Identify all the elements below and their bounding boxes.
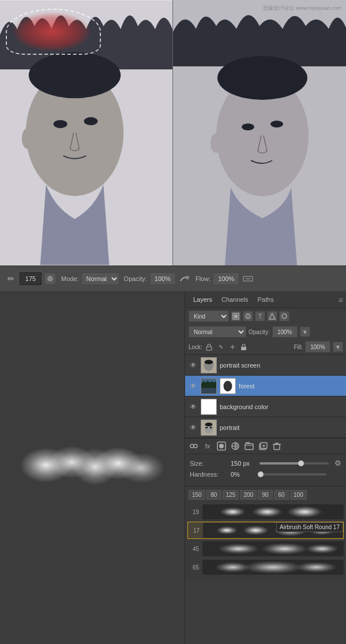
kind-filter-shape-icon[interactable] <box>267 311 277 321</box>
new-adjustment-icon[interactable] <box>230 441 240 451</box>
new-layer-icon[interactable] <box>258 441 268 451</box>
brush-preset-60[interactable]: 60 <box>274 490 289 500</box>
brush-preset-150[interactable]: 150 <box>189 490 205 500</box>
brush-preset-80[interactable]: 80 <box>206 490 221 500</box>
delete-layer-icon[interactable] <box>272 441 282 451</box>
brush-list: 19 <box>187 503 344 576</box>
lock-transparent-icon[interactable] <box>205 342 214 351</box>
layer-visibility-icon[interactable]: 👁 <box>189 361 198 369</box>
svg-point-60 <box>288 506 322 518</box>
brush-size-value: 150 px <box>231 460 254 467</box>
brush-size-display[interactable]: 175 <box>20 272 42 285</box>
brush-preset-icon[interactable] <box>44 272 57 285</box>
layer-thumb-forest <box>201 378 217 394</box>
layer-visibility-icon[interactable]: 👁 <box>189 382 198 390</box>
svg-point-43 <box>205 426 208 428</box>
svg-point-44 <box>210 426 212 428</box>
portrait-right-svg <box>173 0 346 265</box>
fill-arrow-icon[interactable]: ▼ <box>333 342 343 352</box>
layers-lock-row: Lock: ✎ ✛ Fill: ▼ <box>185 339 346 355</box>
layer-name-background-color: background color <box>220 403 343 410</box>
svg-point-45 <box>190 444 194 448</box>
layer-item-background-color[interactable]: 👁 background color <box>185 396 346 417</box>
svg-point-34 <box>205 360 213 364</box>
selection-marquee <box>6 9 101 55</box>
brush-preset-100[interactable]: 100 <box>290 490 307 500</box>
svg-rect-30 <box>206 347 212 350</box>
brush-row-17[interactable]: 17 <box>187 522 344 539</box>
lock-all-icon[interactable] <box>239 342 249 351</box>
layer-name-forest: forest <box>239 383 343 390</box>
link-layers-icon[interactable] <box>189 441 199 451</box>
opacity-input[interactable] <box>272 326 298 338</box>
svg-point-29 <box>282 314 287 319</box>
svg-point-59 <box>253 507 283 517</box>
layers-kind-row: Kind T <box>185 308 346 324</box>
brush-row-65[interactable]: 65 <box>187 559 344 576</box>
layer-item-portrait[interactable]: 👁 portrait <box>185 417 346 438</box>
svg-point-62 <box>243 526 269 535</box>
svg-point-58 <box>220 507 246 516</box>
flow-label: Flow: <box>195 275 210 282</box>
kind-filter-adjust-icon[interactable] <box>243 311 253 321</box>
brush-preset-90[interactable]: 90 <box>258 490 273 500</box>
lock-move-icon[interactable]: ✛ <box>228 342 237 351</box>
blend-mode-select[interactable]: Normal <box>189 326 246 338</box>
mode-select[interactable]: Normal <box>81 272 119 285</box>
svg-point-67 <box>306 544 339 553</box>
opacity-input[interactable] <box>149 272 176 285</box>
svg-point-17 <box>186 276 189 279</box>
layer-item-forest[interactable]: 👁 forest <box>185 376 346 396</box>
brush-preset-200[interactable]: 200 <box>240 490 257 500</box>
kind-filter-smart-icon[interactable] <box>279 311 289 321</box>
tablet-pressure-icon[interactable] <box>242 272 254 285</box>
add-mask-icon[interactable] <box>216 441 227 451</box>
brush-size-slider[interactable] <box>260 462 329 465</box>
svg-point-38 <box>224 380 232 391</box>
kind-select[interactable]: Kind <box>189 310 229 322</box>
svg-rect-14 <box>173 0 346 265</box>
svg-point-24 <box>118 453 164 483</box>
brush-preview-45 <box>202 541 344 556</box>
lock-paint-icon[interactable]: ✎ <box>216 342 225 351</box>
new-group-icon[interactable] <box>244 441 254 451</box>
brush-tool-icon[interactable]: ✏ <box>5 272 17 285</box>
tab-channels[interactable]: Channels <box>217 294 253 306</box>
fill-label: Fill: <box>294 344 303 350</box>
svg-point-66 <box>262 543 308 555</box>
svg-rect-56 <box>274 444 280 450</box>
fill-input[interactable] <box>305 341 330 353</box>
layer-thumb-portrait <box>201 420 217 436</box>
brush-preset-125[interactable]: 125 <box>223 490 239 500</box>
layer-visibility-icon[interactable]: 👁 <box>189 424 198 432</box>
layer-visibility-icon[interactable]: 👁 <box>189 403 198 411</box>
brush-num-65: 65 <box>187 564 199 571</box>
airbrush-toggle-icon[interactable] <box>178 272 191 285</box>
svg-point-42 <box>205 422 213 426</box>
brush-size-gear-icon[interactable]: ⚙ <box>334 459 341 467</box>
brush-row-45[interactable]: 45 <box>187 540 344 557</box>
layers-panel: Layers Channels Paths ≡ Kind T <box>185 292 346 454</box>
brush-hardness-slider[interactable] <box>260 473 326 475</box>
svg-rect-26 <box>234 314 238 318</box>
brush-stroke-svg <box>12 433 173 503</box>
tab-layers[interactable]: Layers <box>189 294 217 306</box>
kind-filter-text-icon[interactable]: T <box>255 311 265 321</box>
layer-item-portrait-screen[interactable]: 👁 portrait screen <box>185 355 346 376</box>
layer-thumb-background-color <box>201 399 217 415</box>
tab-paths[interactable]: Paths <box>253 294 279 306</box>
opacity-arrow-icon[interactable]: ▼ <box>300 327 310 337</box>
lock-label: Lock: <box>189 344 202 350</box>
add-layer-style-icon[interactable]: fx <box>202 441 213 451</box>
brush-preview-area <box>0 292 185 644</box>
kind-filter-pixel-icon[interactable] <box>231 311 241 321</box>
layer-name-portrait: portrait <box>220 424 343 431</box>
layers-bottom-toolbar: fx <box>185 438 346 454</box>
svg-point-69 <box>245 561 302 574</box>
brush-row-19[interactable]: 19 <box>187 503 344 521</box>
layer-mask-forest <box>220 378 236 394</box>
svg-rect-36 <box>201 388 216 393</box>
layers-panel-menu-icon[interactable]: ≡ <box>339 295 343 305</box>
mode-label: Mode: <box>61 275 79 282</box>
flow-input[interactable] <box>213 272 239 285</box>
